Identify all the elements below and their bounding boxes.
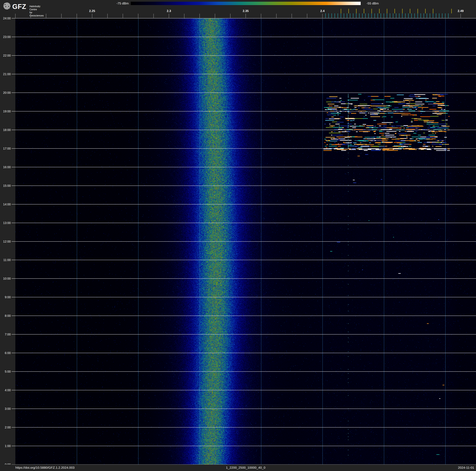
bluetooth-channel-tick <box>359 13 359 18</box>
time-label: 9:00 <box>0 295 11 299</box>
wifi-channel-tick <box>341 9 341 13</box>
hour-gridline <box>12 18 476 18</box>
bluetooth-channel-tick <box>448 13 448 18</box>
bluetooth-channel-tick <box>350 13 350 18</box>
bluetooth-channel-tick <box>405 13 406 18</box>
bluetooth-channel-tick <box>402 13 402 18</box>
freq-tick-minor <box>92 14 92 18</box>
bluetooth-channel-tick <box>421 13 421 18</box>
freq-tick-minor <box>292 14 292 18</box>
time-label: 12:00 <box>0 240 11 243</box>
bluetooth-channel-tick <box>384 13 384 18</box>
freq-tick-minor <box>261 14 261 18</box>
time-label: 17:00 <box>0 147 11 150</box>
bluetooth-channel-tick <box>368 13 369 18</box>
frequency-axis: 2.252.32.352.42.49 <box>0 0 476 18</box>
wifi-channel-tick <box>348 9 349 13</box>
hour-gridline <box>12 167 476 167</box>
wifi-channel-tick <box>394 9 395 13</box>
freq-tick-minor <box>215 14 215 18</box>
bluetooth-channel-tick <box>433 13 433 18</box>
bluetooth-channel-tick <box>390 13 390 18</box>
bluetooth-channel-tick <box>414 13 415 18</box>
hour-gridline <box>12 111 476 111</box>
wifi-channel-tick <box>425 9 426 13</box>
wifi-channel-tick <box>451 9 452 13</box>
bluetooth-channel-tick <box>347 13 347 18</box>
bluetooth-channel-tick <box>439 13 439 18</box>
time-label: 24:00 <box>0 17 11 20</box>
freq-tick-minor <box>123 14 123 18</box>
spectrogram-page: GFZ Helmholtz Centre for Geosciences -75… <box>0 0 476 471</box>
wifi-channel-tick <box>387 9 387 13</box>
hour-gridline <box>12 130 476 130</box>
bluetooth-channel-tick <box>325 13 326 18</box>
time-label: 18:00 <box>0 128 11 132</box>
bluetooth-channel-tick <box>387 13 387 18</box>
freq-tick-minor <box>77 14 77 18</box>
wifi-channel-tick <box>372 9 372 13</box>
time-label: 1:00 <box>0 444 11 448</box>
hour-gridline <box>12 427 476 428</box>
bluetooth-channel-tick <box>378 13 378 18</box>
time-label: 23:00 <box>0 35 11 38</box>
freq-tick-minor <box>107 14 108 18</box>
footer: https://doi.org/10.5880/GFZ.1.2.2024.003… <box>0 465 476 471</box>
freq-tick-minor <box>15 14 16 18</box>
bluetooth-channel-tick <box>418 13 418 18</box>
hour-gridline <box>12 390 476 390</box>
freq-tick-label: 2.49 <box>454 9 468 13</box>
freq-tick-minor <box>307 14 307 18</box>
bluetooth-channel-tick <box>332 13 332 18</box>
hour-gridline <box>12 297 476 297</box>
hour-gridline <box>12 409 476 409</box>
hour-gridline <box>12 334 476 334</box>
time-label: 19:00 <box>0 109 11 113</box>
time-label: 13:00 <box>0 221 11 225</box>
bluetooth-channel-tick <box>365 13 366 18</box>
freq-tick-minor <box>169 14 169 18</box>
hour-gridline <box>12 74 476 74</box>
bluetooth-channel-tick <box>372 13 372 18</box>
time-label: 11:00 <box>0 258 11 262</box>
freq-tick-minor <box>153 14 154 18</box>
bluetooth-channel-tick <box>328 13 329 18</box>
wifi-channel-tick <box>418 9 418 13</box>
hour-gridline <box>12 371 476 372</box>
bluetooth-channel-tick <box>430 13 430 18</box>
freq-tick-minor <box>31 14 31 18</box>
bluetooth-channel-tick <box>341 13 341 18</box>
freq-tick-minor <box>322 14 323 18</box>
freq-tick-minor <box>276 14 276 18</box>
hour-gridline <box>12 223 476 223</box>
freq-tick-minor <box>246 14 246 18</box>
bluetooth-channel-tick <box>362 13 362 18</box>
freq-tick-minor <box>46 14 46 18</box>
freq-tick-minor <box>61 14 62 18</box>
time-label: 22:00 <box>0 54 11 57</box>
bluetooth-channel-tick <box>424 13 424 18</box>
bluetooth-channel-tick <box>442 13 442 18</box>
wifi-channel-tick <box>379 9 380 13</box>
time-label: 21:00 <box>0 72 11 76</box>
bluetooth-channel-tick <box>338 13 338 18</box>
time-label: 2:00 <box>0 426 11 429</box>
time-label: 20:00 <box>0 91 11 94</box>
time-label: 8:00 <box>0 314 11 317</box>
time-label: 14:00 <box>0 203 11 206</box>
hour-gridline <box>12 55 476 56</box>
time-label: 5:00 <box>0 370 11 373</box>
wifi-channel-tick <box>433 9 433 13</box>
hour-gridline <box>12 37 476 37</box>
bluetooth-channel-tick <box>445 13 445 18</box>
hour-gridline <box>12 185 476 186</box>
time-label: 16:00 <box>0 165 11 169</box>
hour-gridline <box>12 316 476 316</box>
time-label: 7:00 <box>0 333 11 336</box>
hour-gridline <box>12 204 476 204</box>
wifi-channel-tick <box>356 9 357 13</box>
bluetooth-channel-tick <box>399 13 399 18</box>
hour-gridline <box>12 241 476 242</box>
freq-tick-minor <box>184 14 184 18</box>
hour-gridline <box>12 260 476 260</box>
